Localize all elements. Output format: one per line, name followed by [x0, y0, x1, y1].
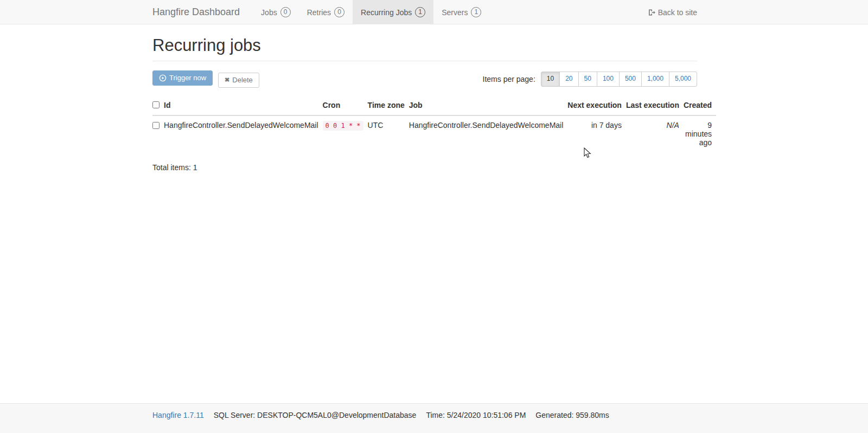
- back-to-site-link[interactable]: Back to site: [648, 0, 697, 24]
- row-checkbox[interactable]: [152, 122, 159, 129]
- per-page-1000-button[interactable]: 1,000: [641, 72, 669, 86]
- header-timezone: Time zone: [368, 95, 409, 115]
- items-per-page-label: Items per page:: [483, 75, 535, 83]
- row-last-execution: N/A: [626, 115, 684, 152]
- page-title: Recurring jobs: [152, 36, 697, 61]
- jobs-count-badge: 0: [280, 7, 291, 17]
- top-navbar: Hangfire Dashboard Jobs 0 Retries 0 Recu…: [0, 0, 868, 24]
- nav-menu: Jobs 0 Retries 0 Recurring Jobs 1 Server…: [253, 0, 489, 24]
- nav-item-label: Retries: [307, 8, 331, 17]
- footer: Hangfire 1.7.11 SQL Server: DESKTOP-QCM5…: [0, 403, 868, 433]
- row-select-cell: [152, 115, 164, 152]
- header-cron: Cron: [323, 95, 368, 115]
- select-all-header: [152, 95, 164, 115]
- per-page-10-button[interactable]: 10: [541, 72, 560, 86]
- toolbar-actions: Trigger now ✖ Delete: [152, 70, 259, 88]
- header-last-execution: Last execution: [626, 95, 684, 115]
- cron-expression: 0 0 1 * *: [323, 121, 363, 131]
- items-per-page: Items per page: 10 20 50 100 500 1,000 5…: [483, 72, 697, 86]
- footer-generated: Generated: 959.80ms: [535, 411, 609, 419]
- row-created: 9 minutes ago: [684, 115, 716, 152]
- row-timezone: UTC: [368, 115, 409, 152]
- play-circle-icon: [159, 74, 167, 82]
- nav-item-retries[interactable]: Retries 0: [299, 0, 353, 24]
- select-all-checkbox[interactable]: [152, 101, 159, 108]
- nav-item-jobs[interactable]: Jobs 0: [253, 0, 299, 24]
- delete-x-icon: ✖: [225, 76, 229, 84]
- trigger-now-label: Trigger now: [169, 73, 206, 83]
- row-next-execution: in 7 days: [567, 115, 626, 152]
- per-page-button-group: 10 20 50 100 500 1,000 5,000: [541, 72, 697, 86]
- trigger-now-button[interactable]: Trigger now: [152, 70, 213, 86]
- table-header-row: Id Cron Time zone Job Next execution Las…: [152, 95, 716, 115]
- total-items-label: Total items: 1: [152, 163, 697, 172]
- nav-item-recurring-jobs[interactable]: Recurring Jobs 1: [353, 0, 433, 24]
- nav-item-label: Servers: [442, 8, 468, 17]
- nav-item-label: Jobs: [261, 8, 277, 17]
- row-cron-cell: 0 0 1 * *: [323, 115, 368, 152]
- per-page-5000-button[interactable]: 5,000: [669, 72, 697, 86]
- brand-link[interactable]: Hangfire Dashboard: [152, 0, 253, 24]
- row-job: HangfireController.SendDelayedWelcomeMai…: [409, 115, 568, 152]
- toolbar: Trigger now ✖ Delete Items per page: 10 …: [152, 70, 697, 88]
- header-created: Created: [684, 95, 716, 115]
- row-id: HangfireController.SendDelayedWelcomeMai…: [164, 115, 323, 152]
- recurring-jobs-table: Id Cron Time zone Job Next execution Las…: [152, 95, 716, 152]
- per-page-500-button[interactable]: 500: [619, 72, 642, 86]
- per-page-100-button[interactable]: 100: [597, 72, 620, 86]
- header-next-execution: Next execution: [567, 95, 626, 115]
- main-content: Recurring jobs Trigger now ✖ Delete Item…: [152, 36, 697, 172]
- retries-count-badge: 0: [334, 7, 344, 17]
- log-out-icon: [648, 9, 655, 16]
- servers-count-badge: 1: [471, 7, 481, 17]
- nav-item-servers[interactable]: Servers 1: [433, 0, 489, 24]
- footer-sql-server: SQL Server: DESKTOP-QCM5AL0@DevelopmentD…: [214, 411, 417, 419]
- per-page-20-button[interactable]: 20: [559, 72, 578, 86]
- delete-button[interactable]: ✖ Delete: [218, 73, 259, 88]
- delete-label: Delete: [232, 75, 253, 85]
- table-row: HangfireController.SendDelayedWelcomeMai…: [152, 115, 716, 152]
- recurring-jobs-count-badge: 1: [415, 7, 425, 17]
- footer-time: Time: 5/24/2020 10:51:06 PM: [426, 411, 526, 419]
- back-to-site-label: Back to site: [658, 8, 697, 17]
- per-page-50-button[interactable]: 50: [578, 72, 597, 86]
- header-id: Id: [164, 95, 323, 115]
- nav-item-label: Recurring Jobs: [361, 8, 412, 17]
- header-job: Job: [409, 95, 568, 115]
- hangfire-version-link[interactable]: Hangfire 1.7.11: [152, 411, 204, 419]
